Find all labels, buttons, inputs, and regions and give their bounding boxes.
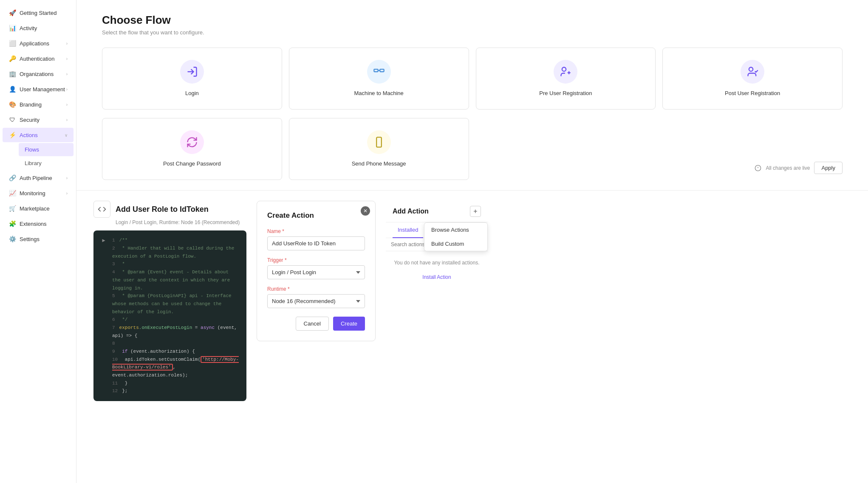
- sidebar-item-user-management[interactable]: 👤 User Management ›: [3, 82, 74, 96]
- sidebar-item-flows[interactable]: Flows: [19, 143, 74, 156]
- sidebar-item-label: Organizations: [20, 71, 54, 77]
- name-required: *: [282, 228, 284, 234]
- sidebar-item-extensions[interactable]: 🧩 Extensions: [3, 216, 74, 231]
- svg-rect-1: [374, 69, 378, 72]
- chevron-right-icon: ›: [66, 191, 68, 196]
- cancel-button[interactable]: Cancel: [296, 317, 329, 331]
- add-action-header: Add Action +: [386, 201, 488, 222]
- runtime-select[interactable]: Node 16 (Recommended): [267, 294, 365, 308]
- flow-grid-row1: Login Machine to Machine Pre User Regist…: [102, 48, 843, 110]
- code-line-6: 6 */: [112, 316, 240, 324]
- create-button[interactable]: Create: [333, 317, 365, 331]
- install-action-link[interactable]: Install Action: [386, 274, 488, 280]
- sidebar-item-activity[interactable]: 📊 Activity: [3, 21, 74, 35]
- chevron-down-icon: ∨: [65, 133, 68, 138]
- send-phone-icon: [367, 130, 391, 154]
- chevron-right-icon: ›: [66, 118, 68, 122]
- code-line-2: 2 * Handler that will be called during t…: [112, 244, 240, 260]
- name-label: Name *: [267, 228, 365, 234]
- action-editor: Add User Role to IdToken Login / Post Lo…: [93, 201, 246, 473]
- sidebar-sub-actions: Flows Library: [0, 143, 76, 170]
- bottom-section: Add User Role to IdToken Login / Post Lo…: [76, 191, 868, 483]
- post-change-pwd-icon: [180, 130, 204, 154]
- code-line-4: 4 * @param {Event} event - Details about…: [112, 268, 240, 292]
- trigger-select[interactable]: Login / Post Login: [267, 265, 365, 279]
- sidebar-item-library[interactable]: Library: [19, 157, 74, 170]
- organizations-icon: 🏢: [8, 70, 16, 78]
- sidebar-item-branding[interactable]: 🎨 Branding ›: [3, 97, 74, 112]
- sidebar-item-auth-pipeline[interactable]: 🔗 Auth Pipeline ›: [3, 171, 74, 185]
- choose-flow-section: Choose Flow Select the flow that you wan…: [76, 0, 868, 190]
- add-action-dropdown-area: Installed C… Browse Actions Build Custom: [386, 222, 488, 238]
- monitoring-icon: 📈: [8, 189, 16, 197]
- play-button[interactable]: ▶: [99, 236, 109, 246]
- post-user-reg-icon: [741, 60, 764, 84]
- flow-card-post-change-pwd[interactable]: Post Change Password: [102, 118, 282, 180]
- post-change-pwd-label: Post Change Password: [163, 160, 221, 168]
- info-icon: [755, 165, 761, 171]
- flow-card-pre-user-reg[interactable]: Pre User Registration: [476, 48, 656, 110]
- name-form-group: Name *: [267, 228, 365, 250]
- sidebar-item-label: Getting Started: [20, 10, 57, 16]
- runtime-label: Runtime *: [267, 286, 365, 292]
- apply-status-text: All changes are live: [766, 165, 810, 171]
- code-line-8: 8: [112, 340, 240, 348]
- extensions-icon: 🧩: [8, 220, 16, 227]
- sidebar-item-organizations[interactable]: 🏢 Organizations ›: [3, 67, 74, 81]
- sidebar-item-label: User Management: [20, 86, 65, 93]
- add-action-title: Add Action: [393, 208, 429, 215]
- trigger-required: *: [285, 257, 287, 263]
- post-user-reg-label: Post User Registration: [725, 90, 780, 97]
- actions-icon: ⚡: [8, 131, 16, 139]
- page-subtitle: Select the flow that you want to configu…: [102, 29, 843, 36]
- sidebar-item-marketplace[interactable]: 🛒 Marketplace: [3, 201, 74, 216]
- sidebar-item-label: Branding: [20, 101, 42, 108]
- code-line-12: 12};: [112, 387, 240, 395]
- login-flow-icon: [180, 60, 204, 84]
- sidebar-item-label: Authentication: [20, 56, 54, 62]
- sidebar-item-settings[interactable]: ⚙️ Settings: [3, 232, 74, 246]
- flows-label: Flows: [25, 146, 39, 153]
- add-action-panel: Add Action + Installed C… Browse Actions…: [386, 201, 488, 280]
- sidebar-item-getting-started[interactable]: 🚀 Getting Started: [3, 6, 74, 20]
- svg-point-4: [562, 67, 566, 71]
- authentication-icon: 🔑: [8, 55, 16, 62]
- sidebar-item-label: Applications: [20, 40, 49, 47]
- no-actions-message: You do not have any installed actions.: [386, 251, 488, 274]
- pre-user-reg-label: Pre User Registration: [539, 90, 592, 97]
- sidebar-item-authentication[interactable]: 🔑 Authentication ›: [3, 51, 74, 66]
- chevron-right-icon: ›: [66, 56, 68, 61]
- flow-grid-row2: Post Change Password Send Phone Message …: [102, 118, 843, 180]
- flow-card-send-phone[interactable]: Send Phone Message: [289, 118, 469, 180]
- name-input[interactable]: [267, 236, 365, 250]
- pre-user-reg-icon: [554, 60, 577, 84]
- action-meta: Login / Post Login, Runtime: Node 16 (Re…: [116, 219, 246, 225]
- tab-installed[interactable]: Installed: [393, 222, 423, 238]
- runtime-required: *: [288, 286, 290, 292]
- action-name: Add User Role to IdToken: [116, 205, 209, 214]
- user-management-icon: 👤: [8, 85, 16, 93]
- sidebar-item-applications[interactable]: ⬜ Applications ›: [3, 36, 74, 51]
- flow-card-m2m[interactable]: Machine to Machine: [289, 48, 469, 110]
- code-line-1: 1/**: [112, 236, 240, 244]
- browse-actions-item[interactable]: Browse Actions: [424, 223, 487, 237]
- sidebar-item-monitoring[interactable]: 📈 Monitoring ›: [3, 186, 74, 200]
- code-line-7: 7exports.onExecutePostLogin = async (eve…: [112, 324, 240, 340]
- flow-card-post-user-reg[interactable]: Post User Registration: [662, 48, 843, 110]
- build-custom-item[interactable]: Build Custom: [424, 237, 487, 251]
- sidebar-item-actions[interactable]: ⚡ Actions ∨: [3, 128, 74, 142]
- chevron-right-icon: ›: [66, 87, 68, 92]
- code-line-9: 9 if (event.authorization) {: [112, 348, 240, 356]
- activity-icon: 📊: [8, 24, 16, 32]
- code-line-5: 5 * @param {PostLoginAPI} api - Interfac…: [112, 292, 240, 316]
- sidebar-item-security[interactable]: 🛡 Security ›: [3, 112, 74, 127]
- chevron-right-icon: ›: [66, 41, 68, 46]
- action-title-bar: Add User Role to IdToken: [93, 201, 246, 218]
- apply-button[interactable]: Apply: [814, 162, 843, 174]
- chevron-right-icon: ›: [66, 102, 68, 107]
- flow-card-login[interactable]: Login: [102, 48, 282, 110]
- marketplace-icon: 🛒: [8, 205, 16, 212]
- sidebar-item-label: Security: [20, 117, 40, 123]
- add-plus-button[interactable]: +: [470, 206, 481, 217]
- modal-close-button[interactable]: ✕: [361, 206, 370, 216]
